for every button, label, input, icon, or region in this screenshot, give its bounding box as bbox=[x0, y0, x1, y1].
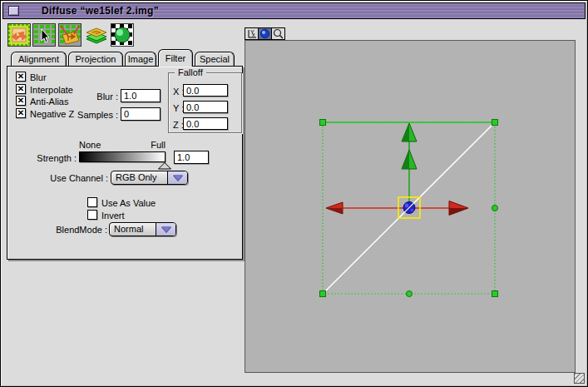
falloff-x-input[interactable] bbox=[184, 85, 227, 96]
xy-axes-icon: Y x bbox=[245, 28, 258, 39]
strength-label: Strength : bbox=[18, 153, 77, 163]
axes-mode-button[interactable]: Y x bbox=[245, 27, 259, 40]
strength-gradient-bar[interactable] bbox=[79, 151, 166, 162]
selection-handle-bottom-mid[interactable] bbox=[407, 291, 413, 297]
origin-sphere-highlight bbox=[405, 204, 409, 208]
blur-checkbox[interactable]: ✕ bbox=[16, 72, 26, 82]
falloff-y-field bbox=[183, 101, 228, 113]
samples-input[interactable] bbox=[121, 108, 160, 120]
tab-alignment[interactable]: Alignment bbox=[11, 52, 67, 66]
sphere-view-button[interactable] bbox=[258, 27, 272, 40]
samples-field-label: Samples : bbox=[58, 110, 118, 120]
use-channel-value: RGB Only bbox=[116, 172, 157, 183]
invert-label: Invert bbox=[101, 211, 125, 221]
strength-value-input[interactable] bbox=[175, 151, 208, 163]
origin-sphere-highlight2 bbox=[411, 209, 414, 212]
use-channel-dropdown-arrow-box bbox=[167, 171, 187, 184]
title-bar[interactable]: Diffuse “we15lef 2.img” bbox=[2, 2, 586, 19]
blend-mode-value: Normal bbox=[114, 224, 143, 235]
stacked-layers-icon bbox=[85, 24, 107, 47]
samples-field bbox=[121, 107, 161, 121]
grid-projection-tool-button[interactable] bbox=[58, 23, 82, 47]
tab-projection[interactable]: Projection bbox=[68, 52, 123, 66]
use-channel-dropdown[interactable]: RGB Only bbox=[111, 171, 188, 185]
textured-sphere-tool-button[interactable] bbox=[111, 23, 134, 47]
svg-text:x: x bbox=[252, 32, 255, 37]
falloff-groupbox: Falloff X : Y : Z : bbox=[168, 72, 242, 133]
use-as-value-label: Use As Value bbox=[101, 198, 156, 208]
window-title: Diffuse “we15lef 2.img” bbox=[42, 3, 159, 18]
negative-z-checkbox[interactable]: ✕ bbox=[16, 108, 26, 118]
blend-mode-label: BlendMode : bbox=[41, 225, 107, 235]
selection-handle-bottom-right[interactable] bbox=[492, 291, 498, 297]
blur-input[interactable] bbox=[121, 90, 160, 102]
stacked-layers-tool-button[interactable] bbox=[84, 23, 107, 47]
blend-mode-dropdown-arrow-box bbox=[156, 223, 175, 236]
strength-full-label: Full bbox=[132, 140, 166, 150]
falloff-x-field bbox=[183, 84, 228, 97]
diffuse-window: Diffuse “we15lef 2.img” bbox=[0, 0, 588, 387]
use-channel-label: Use Channel : bbox=[42, 173, 108, 183]
chevron-down-icon bbox=[161, 226, 171, 232]
grid-cursor-icon bbox=[33, 24, 55, 46]
strength-slider-handle[interactable] bbox=[158, 162, 171, 170]
grid-cursor-tool-button[interactable] bbox=[32, 23, 56, 47]
invert-checkbox[interactable] bbox=[87, 210, 97, 220]
grid-projection-plane-icon bbox=[59, 24, 81, 46]
window-resize-grip[interactable] bbox=[574, 373, 585, 384]
falloff-z-label: Z : bbox=[173, 120, 184, 130]
strength-value-field bbox=[174, 151, 209, 164]
anti-alias-checkbox[interactable]: ✕ bbox=[16, 96, 26, 106]
tab-special[interactable]: Special bbox=[195, 52, 235, 66]
zoom-tool-button[interactable] bbox=[271, 27, 285, 40]
selection-handle-top-left[interactable] bbox=[320, 120, 326, 126]
use-as-value-checkbox[interactable] bbox=[87, 197, 97, 207]
falloff-groupbox-title: Falloff bbox=[175, 67, 206, 77]
tab-image[interactable]: Image bbox=[125, 52, 156, 66]
selection-handle-right-mid[interactable] bbox=[492, 206, 498, 211]
blue-sphere-icon bbox=[259, 28, 271, 39]
chevron-down-icon bbox=[173, 175, 183, 181]
blur-field bbox=[121, 89, 161, 102]
selection-handle-top-right[interactable] bbox=[492, 120, 498, 126]
transform-arrows-tool-button[interactable] bbox=[7, 23, 31, 47]
blend-mode-dropdown[interactable]: Normal bbox=[109, 222, 176, 236]
falloff-z-input[interactable] bbox=[184, 118, 227, 129]
blur-field-label: Blur : bbox=[58, 92, 118, 102]
sphere-on-checkerboard-icon bbox=[111, 24, 133, 46]
filter-panel: ✕ Blur ✕ Interpolate ✕ Anti-Alias ✕ Nega… bbox=[7, 66, 243, 260]
falloff-z-field bbox=[183, 117, 228, 130]
selection-handle-bottom-left[interactable] bbox=[320, 291, 326, 297]
falloff-y-input[interactable] bbox=[184, 102, 227, 112]
transform-arrows-icon bbox=[8, 24, 30, 46]
texture-placement-viewport[interactable] bbox=[245, 40, 576, 373]
blur-checkbox-label: Blur bbox=[30, 72, 47, 82]
tab-filter[interactable]: Filter bbox=[158, 49, 193, 67]
magnifier-icon bbox=[272, 28, 284, 39]
strength-none-label: None bbox=[79, 140, 101, 150]
interpolate-checkbox[interactable]: ✕ bbox=[16, 84, 26, 94]
close-box-icon[interactable] bbox=[8, 6, 19, 16]
